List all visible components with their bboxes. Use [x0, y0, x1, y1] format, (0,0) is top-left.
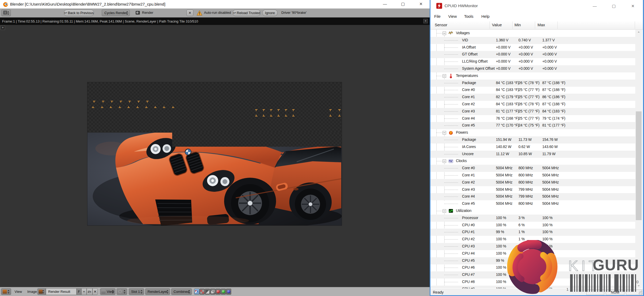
hwmonitor-maximize-button[interactable]: ▢	[608, 2, 620, 10]
sensor-row[interactable]: CPU #0100 %6 %100 %	[430, 222, 635, 229]
fake-user-button[interactable]: F	[77, 288, 81, 295]
sensor-row[interactable]: Processor100 %3 %100 %	[430, 215, 635, 222]
editor-type-button[interactable]	[1, 288, 11, 295]
sensor-row[interactable]: Core #35004 MHz799 MHz5004 MHz	[430, 186, 635, 193]
footer-view-menu[interactable]: View	[15, 290, 22, 294]
sensor-row[interactable]: CPU #3100 %0 %100 %	[430, 243, 635, 250]
image-name-field[interactable]: Render Result	[46, 288, 77, 295]
collapse-toggle[interactable]	[443, 32, 446, 35]
collapse-toggle[interactable]	[443, 159, 446, 163]
footer-image-menu[interactable]: Image	[27, 290, 37, 294]
sensor-row[interactable]: CPU #4100 %1 %100 %	[430, 250, 635, 257]
reload-trusted-button[interactable]: ↩Reload Trusted	[233, 10, 261, 16]
hwmonitor-close-button[interactable]: ✕	[627, 2, 639, 10]
sensor-row[interactable]: Core #577 °C (170 °F)24 °C (75 °F)81 °C …	[430, 122, 635, 129]
resize-grip[interactable]	[639, 291, 642, 295]
zbuffer-diagonal-button[interactable]	[205, 289, 210, 295]
image-browse-button[interactable]	[37, 288, 46, 295]
collapse-toggle[interactable]	[443, 209, 446, 213]
sensor-row[interactable]: CPU #599 %0 %100 %	[430, 257, 635, 264]
renderpass-dropdown[interactable]: Combined	[171, 288, 192, 295]
sensor-row[interactable]: VID1.360 V0.740 V1.377 V	[430, 37, 635, 44]
sensor-row[interactable]: CPU #2100 %1 %100 %	[430, 236, 635, 243]
back-to-previous-button[interactable]: ↩Back to Previous	[64, 10, 94, 16]
alpha-checker-button[interactable]	[199, 289, 205, 295]
red-channel-sphere-button[interactable]	[215, 289, 221, 295]
collapse-toggle[interactable]	[443, 74, 446, 78]
sensor-row[interactable]: Uncore11.12 W10.85 W11.79 W	[430, 151, 635, 158]
sensor-row[interactable]: CPU #199 %1 %100 %	[430, 229, 635, 236]
column-sensor[interactable]: Sensor	[435, 23, 447, 27]
new-image-button[interactable]: +	[81, 288, 87, 295]
sensor-row[interactable]: Core #15004 MHz800 MHz5004 MHz	[430, 172, 635, 179]
sensor-value: 76 °C (168 °F)	[496, 116, 519, 120]
scroll-down-arrow-icon[interactable]: ⌄	[635, 282, 642, 289]
sensor-value: 100 %	[496, 251, 506, 255]
hwmonitor-menu-view[interactable]: View	[448, 14, 457, 19]
image-editor-viewport[interactable]: +	[0, 25, 430, 287]
sensor-section-row[interactable]: Temperatures	[430, 72, 635, 80]
sensor-row[interactable]: IA Cores140.82 W0.62 W143.60 W	[430, 143, 635, 151]
render-engine-select[interactable]: Cycles Render	[102, 10, 130, 16]
sensor-section-row[interactable]: Utilization	[430, 207, 635, 215]
ignore-button[interactable]: Ignore	[262, 10, 278, 16]
sensor-row[interactable]: Core #05004 MHz800 MHz5004 MHz	[430, 165, 635, 172]
blender-titlebar[interactable]: Blender [C:\Users\KitGuru\Desktop\Blende…	[0, 0, 430, 8]
editor-type-button[interactable]: i	[1, 10, 11, 16]
sensor-row[interactable]: Core #25004 MHz800 MHz5004 MHz	[430, 179, 635, 186]
sensor-section-row[interactable]: Voltages	[430, 30, 635, 37]
pivot-dropdown[interactable]	[117, 288, 127, 295]
sensor-row[interactable]: Core #182 °C (179 °F)25 °C (77 °F)86 °C …	[430, 94, 635, 101]
renderlayer-dropdown[interactable]: RenderLayer	[145, 288, 170, 295]
blender-close-button[interactable]: ✕	[415, 0, 427, 8]
hwmonitor-menu-tools[interactable]: Tools	[464, 14, 473, 19]
sensor-row[interactable]: Core #284 °C (183 °F)26 °C (78 °F)87 °C …	[430, 101, 635, 108]
sensor-row[interactable]: GT Offset+0.000 V+0.000 V+0.000 V	[430, 51, 635, 58]
collapse-toggle[interactable]	[443, 131, 446, 134]
hwmonitor-titlebar[interactable]: CPUID HWMonitor — ▢ ✕	[430, 0, 643, 12]
sensor-row[interactable]: IA Offset+0.000 V+0.000 V+0.000 V	[430, 44, 635, 51]
expand-region-plus-icon[interactable]: +	[1, 25, 5, 30]
sensor-row[interactable]: Core #381 °C (177 °F)25 °C (77 °F)84 °C …	[430, 108, 635, 115]
sensor-table-header[interactable]: Sensor Value Min Max	[430, 21, 643, 30]
sensor-label: Core #3	[462, 187, 475, 191]
sensor-min: 0 %	[518, 244, 525, 248]
slot-dropdown[interactable]: Slot 1	[129, 288, 144, 295]
sensor-section-row[interactable]: Clocks	[430, 158, 635, 165]
sensor-row[interactable]: Package84 °C (183 °F)26 °C (78 °F)87 °C …	[430, 80, 635, 87]
draw-flag-button[interactable]	[194, 289, 199, 295]
sensor-row[interactable]: CPU #8100 %3 %100 %	[430, 278, 635, 286]
column-max[interactable]: Max	[538, 23, 545, 27]
scroll-up-arrow-icon[interactable]: ⌃	[635, 30, 642, 37]
scrollbar-thumb[interactable]	[636, 111, 642, 220]
expand-region-plus-icon[interactable]: +	[423, 19, 428, 23]
hwmonitor-menu-help[interactable]: Help	[481, 14, 490, 19]
column-min[interactable]: Min	[514, 23, 521, 27]
column-value[interactable]: Value	[492, 23, 502, 27]
green-channel-sphere-button[interactable]	[221, 289, 226, 295]
copy-squares-button[interactable]	[210, 289, 215, 295]
blender-minimize-button[interactable]: —	[379, 0, 391, 8]
unlink-image-button[interactable]: ✕	[92, 288, 98, 295]
sensor-section-row[interactable]: Powers	[430, 129, 635, 136]
vertical-scrollbar[interactable]: ⌃ ⌄	[635, 30, 642, 289]
hwmonitor-minimize-button[interactable]: —	[589, 2, 601, 10]
sensor-row[interactable]: Core #45004 MHz799 MHz5004 MHz	[430, 193, 635, 200]
blender-maximize-button[interactable]: ▢	[397, 0, 409, 8]
sensor-row[interactable]: Core #084 °C (183 °F)25 °C (77 °F)87 °C …	[430, 86, 635, 94]
sensor-list[interactable]: VoltagesVID1.360 V0.740 V1.377 VIA Offse…	[430, 30, 635, 289]
blue-channel-sphere-button[interactable]	[226, 289, 231, 295]
sensor-row[interactable]: Core #55004 MHz800 MHz5004 MHz	[430, 200, 635, 207]
section-label: Utilization	[456, 208, 472, 213]
sensor-row[interactable]: CPU #7100 %4 %100 %	[430, 271, 635, 278]
sensor-row[interactable]: Core #476 °C (168 °F)25 °C (77 °F)79 °C …	[430, 115, 635, 122]
sensor-row[interactable]: System Agent Offset+0.000 V+0.000 V+0.00…	[430, 65, 635, 72]
sensor-row[interactable]: CPU #9100 %5 %100 %	[430, 286, 635, 289]
hwmonitor-menu-file[interactable]: File	[434, 14, 441, 19]
sensor-row[interactable]: LLC/Ring Offset+0.000 V+0.000 V+0.000 V	[430, 58, 635, 65]
sensor-row[interactable]: CPU #6100 %0 %100 %	[430, 264, 635, 271]
sensor-row[interactable]: Package151.94 W11.73 W154.76 W	[430, 136, 635, 143]
cancel-render-button[interactable]: ✕	[186, 10, 193, 16]
open-image-button[interactable]: 🗁	[87, 288, 92, 295]
view-mode-dropdown[interactable]: View	[100, 288, 116, 295]
